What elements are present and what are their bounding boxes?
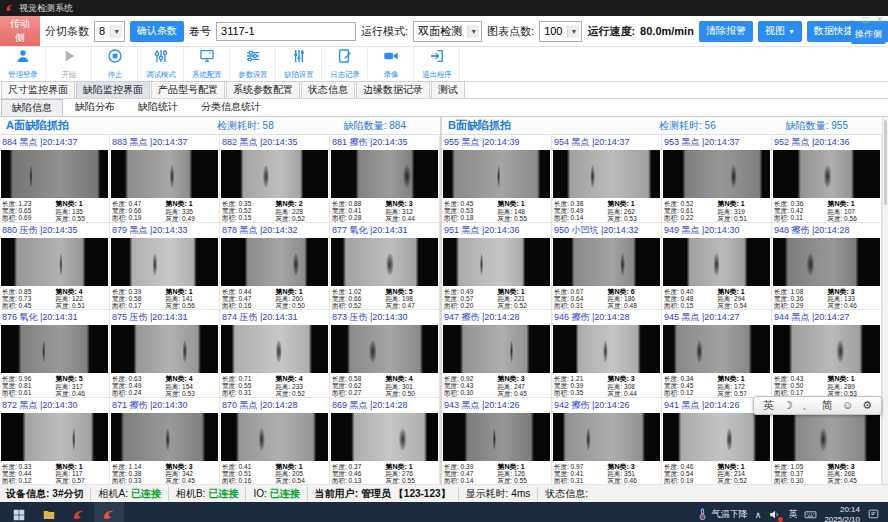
defect-cell-884[interactable]: 884 黑点 |20:14:37长度: 1.23宽度: 0.65面积: 0.69… — [0, 135, 110, 223]
defect-cell-882[interactable]: 882 黑点 |20:14:35长度: 0.35宽度: 0.52面积: 0.15… — [220, 135, 330, 223]
view-menu-button[interactable]: 视图▼ — [758, 21, 802, 42]
defect-cell-955[interactable]: 955 黑点 |20:14:39长度: 0.45宽度: 0.53面积: 0.18… — [442, 135, 552, 223]
defect-cell-950[interactable]: 950 小凹坑 |20:14:32长度: 0.67宽度: 0.64面积: 0.3… — [552, 223, 662, 311]
tab-3[interactable]: 系统参数配置 — [226, 81, 300, 98]
tab-1[interactable]: 缺陷监控界面 — [76, 81, 150, 98]
subtab-2[interactable]: 缺陷统计 — [127, 98, 189, 116]
ime-emoji[interactable]: ☺ — [842, 398, 853, 413]
status-segment-5: 显示耗时:4ms — [458, 487, 538, 501]
ime-lang-toggle[interactable]: 英 — [763, 398, 774, 413]
defect-cell-874[interactable]: 874 压伤 |20:14:31长度: 0.71宽度: 0.55面积: 0.31… — [220, 310, 330, 398]
scrollbar-thumb[interactable] — [884, 120, 887, 205]
tool-monitor[interactable]: 系统配置 — [184, 47, 230, 81]
defect-cell-945[interactable]: 945 黑点 |20:14:27长度: 0.34宽度: 0.45面积: 0.12… — [662, 310, 772, 398]
defect-cell-879[interactable]: 879 黑点 |20:14:33长度: 0.39宽度: 0.58面积: 0.17… — [110, 223, 220, 311]
defect-cell-877[interactable]: 877 氧化 |20:14:31长度: 1.02宽度: 0.66面积: 0.52… — [330, 223, 440, 311]
tool-stop[interactable]: 停止 — [92, 47, 138, 81]
defect-distance: 距离: 141 — [166, 295, 218, 302]
tab-0[interactable]: 尺寸监控界面 — [1, 81, 75, 98]
defect-cell-880[interactable]: 880 压伤 |20:14:35长度: 0.85宽度: 0.73面积: 0.45… — [0, 223, 110, 311]
defect-width: 宽度: 0.73 — [2, 295, 54, 302]
defect-cell-951[interactable]: 951 黑点 |20:14:36长度: 0.49宽度: 0.57面积: 0.20… — [442, 223, 552, 311]
tool-tune[interactable]: 调试模式 — [138, 47, 184, 81]
defect-cell-label: 952 黑点 |20:14:36 — [772, 135, 881, 149]
defect-cell-label: 878 黑点 |20:14:32 — [220, 223, 329, 237]
window-maximize-button[interactable]: ▢ — [862, 16, 870, 24]
chart-points-select[interactable]: 100▼ — [539, 21, 582, 42]
defect-area: 面积: 0.61 — [2, 389, 54, 396]
defect-cell-943[interactable]: 943 黑点 |20:14:26长度: 0.39宽度: 0.47面积: 0.14… — [442, 398, 552, 486]
window-minimize-button[interactable]: – — [850, 16, 854, 24]
taskbar-clock[interactable]: 20:14 2025/2/10 — [824, 505, 860, 522]
defect-cell-883[interactable]: 883 黑点 |20:14:37长度: 0.47宽度: 0.66面积: 0.19… — [110, 135, 220, 223]
subtab-0[interactable]: 缺陷信息 — [1, 99, 63, 116]
defect-cell-info: 长度: 0.43宽度: 0.50面积: 0.17米数: 0.35第N类: 1距离… — [772, 373, 881, 397]
defect-cell-878[interactable]: 878 黑点 |20:14:32长度: 0.44宽度: 0.47面积: 0.16… — [220, 223, 330, 311]
vertical-scrollbar[interactable] — [882, 117, 888, 484]
tool-log[interactable]: 日志记录 — [322, 47, 368, 81]
taskbar-explorer-button[interactable] — [34, 502, 64, 522]
touch-keyboard-tray[interactable] — [804, 508, 817, 521]
ime-punctuation[interactable]: 、 — [802, 398, 813, 413]
operator-side-button[interactable]: 操作侧 — [851, 24, 886, 44]
tool-levels[interactable]: 缺陷设置 — [276, 47, 322, 81]
weather-tray-item[interactable]: 气温下降 — [696, 508, 748, 521]
defect-area: 面积: 0.31 — [554, 477, 606, 484]
defect-cell-949[interactable]: 949 黑点 |20:14:30长度: 0.40宽度: 0.48面积: 0.15… — [662, 223, 772, 311]
strip-count-select[interactable]: 8▼ — [94, 21, 125, 42]
tab-2[interactable]: 产品型号配置 — [151, 81, 225, 98]
defect-cell-876[interactable]: 876 氧化 |20:14:31长度: 0.96宽度: 0.81面积: 0.61… — [0, 310, 110, 398]
defect-thumbnail-image — [773, 413, 880, 461]
clear-alarm-button[interactable]: 清除报警 — [699, 21, 753, 42]
tab-5[interactable]: 边缘数据记录 — [356, 81, 430, 98]
tool-user[interactable]: 管理登录 — [0, 47, 46, 81]
run-mode-select[interactable]: 双面检测▼ — [413, 21, 482, 42]
ime-language-tray[interactable]: 英 — [788, 508, 797, 521]
defect-thumbnail-image — [111, 150, 218, 198]
ime-settings[interactable]: ⚙ — [862, 398, 872, 413]
status-label: 状态信息: — [545, 487, 588, 501]
defect-width: 宽度: 0.42 — [774, 207, 826, 214]
defect-distance: 距离: 351 — [608, 470, 660, 477]
coil-number-input[interactable] — [216, 22, 356, 41]
thermometer-icon — [696, 508, 709, 521]
tool-exit[interactable]: 退出程序 — [414, 47, 460, 81]
defect-distance: 距离: 342 — [166, 470, 218, 477]
subtab-3[interactable]: 分类信息统计 — [190, 98, 272, 116]
defect-cell-873[interactable]: 873 压伤 |20:14:30长度: 0.58宽度: 0.62面积: 0.27… — [330, 310, 440, 398]
tab-6[interactable]: 测试 — [431, 81, 465, 98]
defect-cell-948[interactable]: 948 擦伤 |20:14:28长度: 1.08宽度: 0.36面积: 0.29… — [772, 223, 882, 311]
confirm-count-button[interactable]: 确认条数 — [130, 21, 184, 42]
start-button[interactable] — [4, 502, 34, 522]
drive-side-button[interactable]: 传动侧 — [0, 16, 40, 46]
defect-class: 第N类: 1 — [718, 375, 770, 383]
defect-cell-875[interactable]: 875 压伤 |20:14:31长度: 0.63宽度: 0.49面积: 0.24… — [110, 310, 220, 398]
defect-cell-871[interactable]: 871 擦伤 |20:14:30长度: 1.14宽度: 0.38面积: 0.33… — [110, 398, 220, 486]
tool-camera[interactable]: 录像 — [368, 47, 414, 81]
taskbar-app2-button-active[interactable] — [94, 502, 124, 522]
tool-sliders[interactable]: 参数设置 — [230, 47, 276, 81]
defect-cell-947[interactable]: 947 擦伤 |20:14:28长度: 0.92宽度: 0.43面积: 0.30… — [442, 310, 552, 398]
tray-expand-chevron[interactable]: ∧ — [755, 510, 762, 520]
defect-cell-944[interactable]: 944 黑点 |20:14:27长度: 0.43宽度: 0.50面积: 0.17… — [772, 310, 882, 398]
subtab-1[interactable]: 缺陷分布 — [64, 98, 126, 116]
defect-cell-952[interactable]: 952 黑点 |20:14:36长度: 0.36宽度: 0.42面积: 0.11… — [772, 135, 882, 223]
defect-cell-869[interactable]: 869 黑点 |20:14:28长度: 0.37宽度: 0.46面积: 0.13… — [330, 398, 440, 486]
defect-cell-881[interactable]: 881 擦伤 |20:14:35长度: 0.88宽度: 0.41面积: 0.28… — [330, 135, 440, 223]
defect-cell-872[interactable]: 872 黑点 |20:14:30长度: 0.33宽度: 0.44面积: 0.12… — [0, 398, 110, 486]
defect-cell-946[interactable]: 946 擦伤 |20:14:28长度: 1.21宽度: 0.39面积: 0.35… — [552, 310, 662, 398]
ime-moon[interactable]: ☽ — [783, 398, 793, 413]
window-close-button[interactable]: ✕ — [876, 16, 883, 24]
defect-cell-953[interactable]: 953 黑点 |20:14:37长度: 0.52宽度: 0.61面积: 0.22… — [662, 135, 772, 223]
volume-tray-item[interactable] — [768, 508, 781, 521]
defect-cell-954[interactable]: 954 黑点 |20:14:37长度: 0.38宽度: 0.49面积: 0.14… — [552, 135, 662, 223]
defect-thumbnail-image — [221, 325, 328, 373]
defect-cell-870[interactable]: 870 黑点 |20:14:28长度: 0.41宽度: 0.51面积: 0.16… — [220, 398, 330, 486]
ime-simplified[interactable]: 简 — [822, 398, 833, 413]
defect-cell-942[interactable]: 942 擦伤 |20:14:26长度: 0.97宽度: 0.41面积: 0.31… — [552, 398, 662, 486]
action-center-tray[interactable] — [867, 508, 880, 521]
taskbar-app1-button[interactable] — [64, 502, 94, 522]
defect-cell-label: 946 擦伤 |20:14:28 — [552, 310, 661, 324]
defect-cell-info: 长度: 0.40宽度: 0.48面积: 0.15米数: 0.36第N类: 1距离… — [662, 286, 771, 310]
tab-4[interactable]: 状态信息 — [301, 81, 355, 98]
